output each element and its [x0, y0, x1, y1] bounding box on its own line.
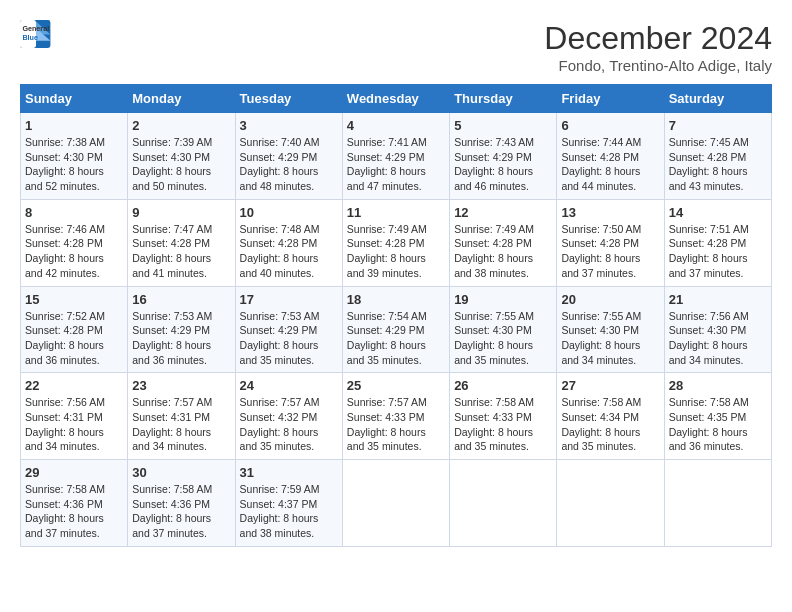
calendar-cell: 6Sunrise: 7:44 AMSunset: 4:28 PMDaylight…: [557, 113, 664, 200]
calendar-week-row: 1Sunrise: 7:38 AMSunset: 4:30 PMDaylight…: [21, 113, 772, 200]
day-number: 11: [347, 205, 445, 220]
calendar-cell: 21Sunrise: 7:56 AMSunset: 4:30 PMDayligh…: [664, 286, 771, 373]
calendar-week-row: 22Sunrise: 7:56 AMSunset: 4:31 PMDayligh…: [21, 373, 772, 460]
calendar-week-row: 8Sunrise: 7:46 AMSunset: 4:28 PMDaylight…: [21, 199, 772, 286]
header-thursday: Thursday: [450, 85, 557, 113]
day-number: 23: [132, 378, 230, 393]
day-number: 18: [347, 292, 445, 307]
calendar-week-row: 29Sunrise: 7:58 AMSunset: 4:36 PMDayligh…: [21, 460, 772, 547]
day-number: 26: [454, 378, 552, 393]
logo-icon: General Blue: [20, 20, 52, 48]
day-number: 3: [240, 118, 338, 133]
day-number: 17: [240, 292, 338, 307]
header-monday: Monday: [128, 85, 235, 113]
cell-content: Sunrise: 7:45 AMSunset: 4:28 PMDaylight:…: [669, 136, 749, 192]
day-number: 24: [240, 378, 338, 393]
calendar-cell: 27Sunrise: 7:58 AMSunset: 4:34 PMDayligh…: [557, 373, 664, 460]
cell-content: Sunrise: 7:57 AMSunset: 4:31 PMDaylight:…: [132, 396, 212, 452]
day-number: 8: [25, 205, 123, 220]
cell-content: Sunrise: 7:46 AMSunset: 4:28 PMDaylight:…: [25, 223, 105, 279]
location: Fondo, Trentino-Alto Adige, Italy: [544, 57, 772, 74]
calendar-cell: 5Sunrise: 7:43 AMSunset: 4:29 PMDaylight…: [450, 113, 557, 200]
day-number: 19: [454, 292, 552, 307]
cell-content: Sunrise: 7:53 AMSunset: 4:29 PMDaylight:…: [132, 310, 212, 366]
day-number: 1: [25, 118, 123, 133]
calendar-cell: 29Sunrise: 7:58 AMSunset: 4:36 PMDayligh…: [21, 460, 128, 547]
calendar-week-row: 15Sunrise: 7:52 AMSunset: 4:28 PMDayligh…: [21, 286, 772, 373]
calendar-cell: 26Sunrise: 7:58 AMSunset: 4:33 PMDayligh…: [450, 373, 557, 460]
cell-content: Sunrise: 7:53 AMSunset: 4:29 PMDaylight:…: [240, 310, 320, 366]
cell-content: Sunrise: 7:56 AMSunset: 4:31 PMDaylight:…: [25, 396, 105, 452]
cell-content: Sunrise: 7:57 AMSunset: 4:32 PMDaylight:…: [240, 396, 320, 452]
day-number: 4: [347, 118, 445, 133]
cell-content: Sunrise: 7:48 AMSunset: 4:28 PMDaylight:…: [240, 223, 320, 279]
calendar-cell: 12Sunrise: 7:49 AMSunset: 4:28 PMDayligh…: [450, 199, 557, 286]
cell-content: Sunrise: 7:49 AMSunset: 4:28 PMDaylight:…: [347, 223, 427, 279]
header-tuesday: Tuesday: [235, 85, 342, 113]
cell-content: Sunrise: 7:41 AMSunset: 4:29 PMDaylight:…: [347, 136, 427, 192]
calendar-cell: 20Sunrise: 7:55 AMSunset: 4:30 PMDayligh…: [557, 286, 664, 373]
month-title: December 2024: [544, 20, 772, 57]
calendar-cell: 28Sunrise: 7:58 AMSunset: 4:35 PMDayligh…: [664, 373, 771, 460]
calendar-cell: [342, 460, 449, 547]
day-number: 29: [25, 465, 123, 480]
calendar-cell: 13Sunrise: 7:50 AMSunset: 4:28 PMDayligh…: [557, 199, 664, 286]
day-number: 6: [561, 118, 659, 133]
calendar-cell: 2Sunrise: 7:39 AMSunset: 4:30 PMDaylight…: [128, 113, 235, 200]
calendar-cell: 18Sunrise: 7:54 AMSunset: 4:29 PMDayligh…: [342, 286, 449, 373]
day-number: 9: [132, 205, 230, 220]
day-number: 31: [240, 465, 338, 480]
cell-content: Sunrise: 7:40 AMSunset: 4:29 PMDaylight:…: [240, 136, 320, 192]
day-number: 15: [25, 292, 123, 307]
calendar-cell: 25Sunrise: 7:57 AMSunset: 4:33 PMDayligh…: [342, 373, 449, 460]
calendar-cell: 17Sunrise: 7:53 AMSunset: 4:29 PMDayligh…: [235, 286, 342, 373]
day-number: 21: [669, 292, 767, 307]
day-number: 22: [25, 378, 123, 393]
title-block: December 2024 Fondo, Trentino-Alto Adige…: [544, 20, 772, 74]
calendar-header-row: SundayMondayTuesdayWednesdayThursdayFrid…: [21, 85, 772, 113]
day-number: 10: [240, 205, 338, 220]
cell-content: Sunrise: 7:56 AMSunset: 4:30 PMDaylight:…: [669, 310, 749, 366]
day-number: 14: [669, 205, 767, 220]
calendar-table: SundayMondayTuesdayWednesdayThursdayFrid…: [20, 84, 772, 547]
calendar-cell: 1Sunrise: 7:38 AMSunset: 4:30 PMDaylight…: [21, 113, 128, 200]
cell-content: Sunrise: 7:47 AMSunset: 4:28 PMDaylight:…: [132, 223, 212, 279]
cell-content: Sunrise: 7:58 AMSunset: 4:36 PMDaylight:…: [25, 483, 105, 539]
calendar-cell: 15Sunrise: 7:52 AMSunset: 4:28 PMDayligh…: [21, 286, 128, 373]
day-number: 12: [454, 205, 552, 220]
calendar-cell: 8Sunrise: 7:46 AMSunset: 4:28 PMDaylight…: [21, 199, 128, 286]
day-number: 13: [561, 205, 659, 220]
cell-content: Sunrise: 7:51 AMSunset: 4:28 PMDaylight:…: [669, 223, 749, 279]
header-wednesday: Wednesday: [342, 85, 449, 113]
calendar-cell: 31Sunrise: 7:59 AMSunset: 4:37 PMDayligh…: [235, 460, 342, 547]
calendar-cell: 23Sunrise: 7:57 AMSunset: 4:31 PMDayligh…: [128, 373, 235, 460]
day-number: 2: [132, 118, 230, 133]
day-number: 5: [454, 118, 552, 133]
page-header: General Blue December 2024 Fondo, Trenti…: [20, 20, 772, 74]
cell-content: Sunrise: 7:55 AMSunset: 4:30 PMDaylight:…: [454, 310, 534, 366]
cell-content: Sunrise: 7:58 AMSunset: 4:36 PMDaylight:…: [132, 483, 212, 539]
cell-content: Sunrise: 7:49 AMSunset: 4:28 PMDaylight:…: [454, 223, 534, 279]
calendar-cell: 11Sunrise: 7:49 AMSunset: 4:28 PMDayligh…: [342, 199, 449, 286]
svg-text:General: General: [22, 24, 49, 33]
cell-content: Sunrise: 7:58 AMSunset: 4:35 PMDaylight:…: [669, 396, 749, 452]
header-sunday: Sunday: [21, 85, 128, 113]
calendar-cell: 3Sunrise: 7:40 AMSunset: 4:29 PMDaylight…: [235, 113, 342, 200]
logo: General Blue: [20, 20, 52, 48]
day-number: 7: [669, 118, 767, 133]
calendar-cell: 4Sunrise: 7:41 AMSunset: 4:29 PMDaylight…: [342, 113, 449, 200]
calendar-cell: 30Sunrise: 7:58 AMSunset: 4:36 PMDayligh…: [128, 460, 235, 547]
cell-content: Sunrise: 7:57 AMSunset: 4:33 PMDaylight:…: [347, 396, 427, 452]
calendar-cell: 19Sunrise: 7:55 AMSunset: 4:30 PMDayligh…: [450, 286, 557, 373]
cell-content: Sunrise: 7:39 AMSunset: 4:30 PMDaylight:…: [132, 136, 212, 192]
calendar-cell: [450, 460, 557, 547]
calendar-cell: 24Sunrise: 7:57 AMSunset: 4:32 PMDayligh…: [235, 373, 342, 460]
day-number: 30: [132, 465, 230, 480]
calendar-cell: 22Sunrise: 7:56 AMSunset: 4:31 PMDayligh…: [21, 373, 128, 460]
svg-text:Blue: Blue: [22, 33, 38, 42]
calendar-cell: [557, 460, 664, 547]
day-number: 28: [669, 378, 767, 393]
day-number: 16: [132, 292, 230, 307]
cell-content: Sunrise: 7:59 AMSunset: 4:37 PMDaylight:…: [240, 483, 320, 539]
cell-content: Sunrise: 7:55 AMSunset: 4:30 PMDaylight:…: [561, 310, 641, 366]
